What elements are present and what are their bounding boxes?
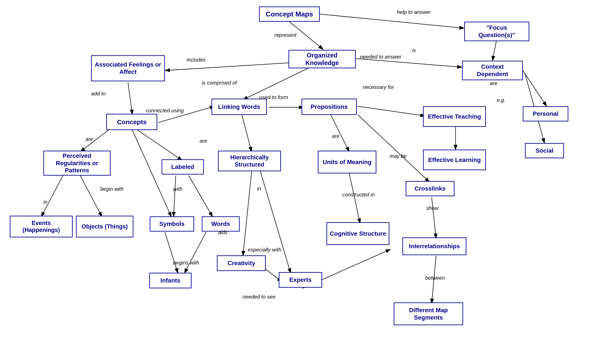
label-are-perceived: are — [85, 136, 93, 142]
label-are-units: are — [332, 133, 339, 139]
svg-line-17 — [134, 128, 182, 160]
label-connected-using: connected using — [146, 107, 184, 114]
node-associated-feelings: Associated Feelings or Affect — [91, 55, 165, 81]
label-represent: represent — [274, 32, 296, 38]
node-hierarchically-structured: Hierarchically Structured — [218, 151, 281, 171]
label-aids: aids — [218, 229, 228, 235]
svg-line-5 — [523, 70, 547, 106]
label-begin-with: begin with — [100, 186, 124, 192]
node-linking-words: Linking Words — [212, 99, 267, 115]
svg-line-19 — [80, 176, 102, 217]
label-needed-to-answer: needed to answer — [360, 54, 402, 60]
node-events: Events (Happenings) — [10, 216, 73, 237]
svg-line-1 — [320, 14, 464, 28]
svg-line-21 — [174, 176, 176, 217]
node-context-dependent: Context Dependent — [462, 61, 523, 80]
svg-line-13 — [80, 130, 108, 152]
label-used-to-form: used to form — [259, 94, 288, 100]
label-begins-with: begins with — [173, 260, 199, 266]
label-especially-with: especially with — [248, 247, 281, 253]
node-different-map-segments: Different Map Segments — [394, 302, 463, 325]
svg-line-14 — [242, 115, 252, 152]
svg-line-22 — [189, 176, 213, 217]
label-constructed-in: constructed in — [342, 192, 375, 198]
node-cognitive-structure: Cognitive Structure — [326, 222, 389, 245]
node-perceived-regularities: Perceived Regularities or Patterns — [43, 151, 111, 176]
node-concept-maps: Concept Maps — [259, 7, 320, 22]
node-symbols: Symbols — [150, 216, 194, 232]
svg-line-2 — [165, 63, 288, 70]
svg-line-26 — [432, 197, 436, 238]
svg-line-25 — [349, 173, 360, 223]
node-interrelationships: Interrelationships — [403, 237, 466, 255]
label-eg: e.g. — [497, 97, 505, 103]
node-propositions: Propositions — [302, 99, 357, 115]
node-concepts: Concepts — [106, 114, 157, 130]
node-experts: Experts — [279, 272, 322, 288]
svg-line-4 — [492, 39, 497, 61]
svg-line-28 — [184, 232, 206, 273]
label-may-be: may be — [390, 153, 407, 159]
label-help-to-answer: help to answer — [397, 9, 431, 15]
node-units-of-meaning: Units of Meaning — [318, 151, 376, 173]
svg-line-11 — [358, 106, 425, 116]
label-show: show — [426, 205, 438, 211]
node-social: Social — [525, 143, 564, 158]
svg-line-18 — [41, 176, 63, 217]
label-between: between — [425, 275, 445, 281]
svg-line-27 — [165, 232, 178, 273]
node-objects: Objects (Things) — [76, 216, 134, 237]
label-in-hier: in — [257, 186, 261, 192]
svg-line-23 — [243, 171, 252, 256]
svg-line-8 — [128, 82, 132, 115]
label-needed-to-see: needed to see — [242, 294, 275, 300]
label-with: with — [173, 186, 182, 192]
node-effective-teaching: Effective Teaching — [423, 106, 486, 127]
label-add-to: add to — [91, 91, 106, 97]
node-crosslinks: Crosslinks — [406, 181, 455, 196]
label-is: is — [412, 47, 416, 53]
concept-map: Concept Maps "Focus Question(s)" Organiz… — [0, 0, 605, 364]
label-in-events: in — [43, 199, 48, 205]
node-organized-knowledge: Organized Knowledge — [288, 50, 356, 68]
node-labeled: Labeled — [161, 159, 204, 175]
node-infants: Infants — [149, 273, 191, 288]
label-includes: includes — [187, 57, 206, 63]
node-creativity: Creativity — [217, 255, 266, 271]
label-are-hier: are — [200, 138, 207, 144]
label-is-comprised-of: is comprised of — [202, 80, 237, 86]
svg-line-3 — [356, 59, 462, 67]
node-focus-questions: "Focus Question(s)" — [464, 22, 529, 41]
label-necessary-for: necessary for — [363, 84, 394, 90]
node-effective-learning: Effective Learning — [423, 150, 486, 170]
label-are-context: are — [490, 80, 497, 86]
node-personal: Personal — [523, 106, 568, 121]
